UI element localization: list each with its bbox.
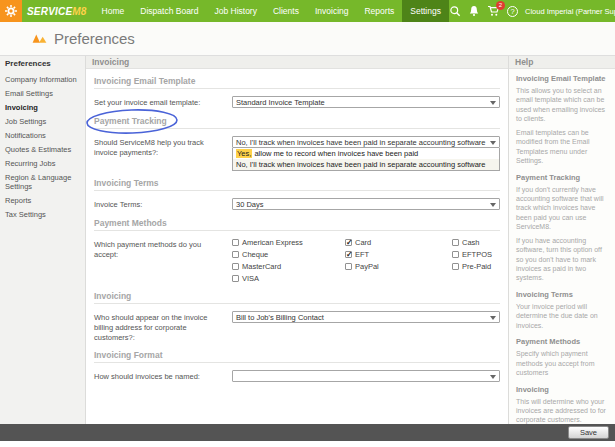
- payment-method-eft: EFT: [345, 250, 452, 259]
- nav-home[interactable]: Home: [94, 0, 133, 22]
- payment-method-visa: VISA: [232, 274, 345, 283]
- cart-badge: 2: [496, 1, 505, 10]
- sidebar-item-job-settings[interactable]: Job Settings: [0, 114, 85, 128]
- sidebar-item-quotes-estimates[interactable]: Quotes & Estimates: [0, 142, 85, 156]
- form-row-invoice-naming: How should invoices be named:: [94, 370, 500, 382]
- checkbox-label: PayPal: [355, 262, 379, 271]
- save-button[interactable]: Save: [568, 426, 609, 439]
- bell-icon[interactable]: [468, 5, 480, 17]
- payment-method-cheque: Cheque: [232, 250, 345, 259]
- top-nav: SERVICEM8 Home Dispatch Board Job Histor…: [0, 0, 615, 22]
- dropdown-option-no[interactable]: No, I'll track when invoices have been p…: [233, 159, 499, 170]
- sidebar-item-company-information[interactable]: Company Information: [0, 72, 85, 86]
- payment-tracking-dropdown-list: Yes, allow me to record when invoices ha…: [232, 148, 500, 171]
- main-menu: Home Dispatch Board Job History Clients …: [94, 0, 449, 22]
- main-panel-body: Invoicing Email Template Set your invoic…: [86, 69, 508, 424]
- form-row-email-template: Set your invoice email template: Standar…: [94, 96, 500, 108]
- checkbox-label: Card: [355, 238, 371, 247]
- main-panel-header: Invoicing: [86, 56, 508, 69]
- sidebar-title: Preferences: [0, 56, 85, 72]
- checkbox-mastercard[interactable]: [232, 263, 239, 270]
- checkbox-paypal[interactable]: [345, 263, 352, 270]
- help-section-payment-methods: Payment Methods Specify which payment me…: [516, 337, 608, 377]
- account-name[interactable]: Cloud Imperial (Partner Support): [525, 7, 615, 16]
- invoice-terms-label: Invoice Terms:: [94, 198, 232, 210]
- payment-methods-label: Which payment methods do you accept:: [94, 238, 232, 260]
- checkbox-label: EFT: [355, 250, 369, 259]
- servicem8-logo[interactable]: SERVICEM8: [0, 0, 94, 22]
- content-area: Preferences Company Information Email Se…: [0, 55, 615, 424]
- help-paragraph: This will determine who your invoices ar…: [516, 397, 608, 425]
- help-heading: Invoicing Email Template: [516, 74, 608, 83]
- sidebar-item-recurring-jobs[interactable]: Recurring Jobs: [0, 156, 85, 170]
- preferences-sidebar: Preferences Company Information Email Se…: [0, 56, 86, 424]
- checkbox-label: EFTPOS: [462, 250, 492, 259]
- payment-method-eftpos: EFTPOS: [452, 250, 500, 259]
- help-heading: Payment Tracking: [516, 173, 608, 182]
- preferences-icon: [32, 30, 47, 48]
- nav-reports[interactable]: Reports: [356, 0, 402, 22]
- checkbox-label: American Express: [242, 238, 303, 247]
- checkbox-cheque[interactable]: [232, 251, 239, 258]
- nav-job-history[interactable]: Job History: [206, 0, 265, 22]
- page-title: Preferences: [54, 30, 135, 47]
- help-section-invoicing-terms: Invoicing Terms Your invoice period will…: [516, 290, 608, 330]
- help-paragraph: If you have accounting software, turn th…: [516, 236, 608, 283]
- section-title-invoicing: Invoicing: [94, 291, 500, 304]
- checkbox-label: MasterCard: [242, 262, 281, 271]
- section-title-invoicing-format: Invoicing Format: [94, 350, 500, 363]
- help-section-email-template: Invoicing Email Template This allows you…: [516, 74, 608, 166]
- help-paragraph: Email templates can be modified from the…: [516, 128, 608, 166]
- help-heading: Invoicing Terms: [516, 290, 608, 299]
- invoice-naming-label: How should invoices be named:: [94, 370, 232, 382]
- help-section-invoicing: Invoicing This will determine who your i…: [516, 385, 608, 425]
- invoice-email-template-select[interactable]: Standard Invoice Template: [232, 96, 500, 108]
- search-icon[interactable]: [449, 5, 461, 17]
- cart-icon[interactable]: 2: [487, 5, 500, 17]
- help-panel-body: Invoicing Email Template This allows you…: [509, 69, 615, 424]
- help-paragraph: This allows you to select an email templ…: [516, 86, 608, 124]
- sidebar-item-tax-settings[interactable]: Tax Settings: [0, 207, 85, 221]
- invoice-terms-select[interactable]: 30 Days: [232, 198, 500, 210]
- checkbox-label: Cheque: [242, 250, 268, 259]
- checkbox-label: Cash: [462, 238, 480, 247]
- bottom-bar: Save: [0, 424, 615, 441]
- app-window: SERVICEM8 Home Dispatch Board Job Histor…: [0, 0, 615, 447]
- payment-tracking-select[interactable]: No, I'll track when invoices have been p…: [232, 136, 500, 148]
- payment-tracking-title-text: Payment Tracking: [94, 116, 167, 126]
- form-row-billing-address: Who should appear on the invoice billing…: [94, 311, 500, 342]
- checkbox-eftpos[interactable]: [452, 251, 459, 258]
- help-panel: Help Invoicing Email Template This allow…: [508, 56, 615, 424]
- invoice-naming-select[interactable]: [232, 370, 500, 382]
- page-header: Preferences: [0, 22, 615, 55]
- section-title-invoicing-terms: Invoicing Terms: [94, 178, 500, 191]
- nav-settings[interactable]: Settings: [402, 0, 449, 22]
- checkbox-card[interactable]: [345, 239, 352, 246]
- section-title-invoicing-email-template: Invoicing Email Template: [94, 76, 500, 89]
- payment-method-paypal: PayPal: [345, 262, 452, 271]
- payment-tracking-label: Should ServiceM8 help you track invoice …: [94, 136, 232, 158]
- sidebar-item-region-language[interactable]: Region & Language Settings: [0, 170, 85, 193]
- sidebar-item-email-settings[interactable]: Email Settings: [0, 86, 85, 100]
- checkbox-visa[interactable]: [232, 275, 239, 282]
- nav-dispatch-board[interactable]: Dispatch Board: [132, 0, 206, 22]
- servicem8-logo-icon: [0, 0, 22, 22]
- dropdown-option-yes[interactable]: Yes, allow me to record when invoices ha…: [233, 148, 499, 159]
- sidebar-item-notifications[interactable]: Notifications: [0, 128, 85, 142]
- billing-address-select[interactable]: Bill to Job's Billing Contact: [232, 311, 500, 323]
- checkbox-cash[interactable]: [452, 239, 459, 246]
- email-template-label: Set your invoice email template:: [94, 96, 232, 108]
- nav-invoicing[interactable]: Invoicing: [307, 0, 357, 22]
- section-title-payment-tracking: Payment Tracking: [94, 116, 500, 129]
- checkbox-eft[interactable]: [345, 251, 352, 258]
- sidebar-item-reports[interactable]: Reports: [0, 193, 85, 207]
- sidebar-item-invoicing[interactable]: Invoicing: [0, 100, 85, 114]
- checkbox-pre-paid[interactable]: [452, 263, 459, 270]
- help-paragraph: Your invoice period will determine the d…: [516, 302, 608, 330]
- checkbox-american-express[interactable]: [232, 239, 239, 246]
- help-icon[interactable]: ?: [507, 6, 518, 17]
- brand-wordmark: SERVICEM8: [22, 6, 94, 17]
- nav-clients[interactable]: Clients: [265, 0, 307, 22]
- form-row-payment-methods: Which payment methods do you accept: Ame…: [94, 238, 500, 283]
- checkbox-label: VISA: [242, 274, 259, 283]
